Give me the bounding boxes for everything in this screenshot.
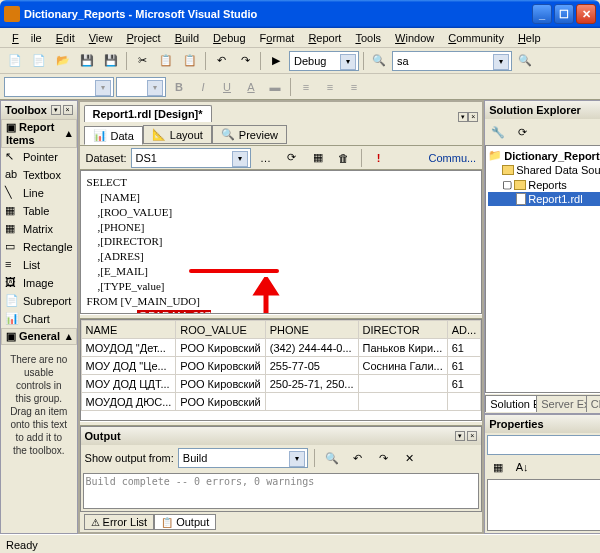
tool-subreport[interactable]: 📄Subreport — [1, 292, 77, 310]
edit-dataset-icon[interactable]: … — [255, 147, 277, 169]
new-item-icon[interactable]: 📄 — [28, 50, 50, 72]
sql-editor[interactable]: SELECT [NAME] ,[ROO_VALUE] ,[PHONE] ,[DI… — [80, 170, 483, 314]
run-icon[interactable]: ! — [368, 147, 390, 169]
menu-tools[interactable]: Tools — [349, 30, 387, 46]
output-tab[interactable]: 📋 Output — [154, 514, 216, 530]
redo-icon[interactable]: ↷ — [234, 50, 256, 72]
minimize-button[interactable]: _ — [532, 4, 552, 24]
italic-icon[interactable]: I — [192, 76, 214, 98]
menu-edit[interactable]: Edit — [50, 30, 81, 46]
new-project-icon[interactable]: 📄 — [4, 50, 26, 72]
output-source-combo[interactable]: Build — [178, 448, 308, 468]
find-icon[interactable]: 🔍 — [368, 50, 390, 72]
tool-chart[interactable]: 📊Chart — [1, 310, 77, 328]
panel-close-icon[interactable]: × — [467, 431, 477, 441]
properties-grid[interactable] — [487, 479, 600, 531]
report-file-node[interactable]: Report1.rdl — [488, 192, 600, 206]
col-header[interactable]: AD... — [447, 321, 480, 339]
tool-matrix[interactable]: ▦Matrix — [1, 220, 77, 238]
tool-rectangle[interactable]: ▭Rectangle — [1, 238, 77, 256]
reports-folder-node[interactable]: ▢ Reports — [488, 177, 600, 192]
start-icon[interactable]: ▶ — [265, 50, 287, 72]
tool-table[interactable]: ▦Table — [1, 202, 77, 220]
maximize-button[interactable]: ☐ — [554, 4, 574, 24]
table-row[interactable]: МОУДОД ДЮС...РОО Кировский — [81, 393, 481, 411]
classview-tab[interactable]: Class View — [586, 395, 600, 412]
alpha-icon[interactable]: A↓ — [511, 456, 533, 478]
table-row[interactable]: МОУ ДОД ЦДТ...РОО Кировский250-25-71, 25… — [81, 375, 481, 393]
forecolor-icon[interactable]: A — [240, 76, 262, 98]
table-row[interactable]: МОУДОД "Дет...РОО Кировский(342) 244-44-… — [81, 339, 481, 357]
fontsize-combo[interactable] — [116, 77, 166, 97]
doc-tab[interactable]: Report1.rdl [Design]* — [84, 105, 212, 122]
col-header[interactable]: DIRECTOR — [358, 321, 447, 339]
generic-query-icon[interactable]: ▦ — [307, 147, 329, 169]
align-right-icon[interactable]: ≡ — [343, 76, 365, 98]
menu-debug[interactable]: Debug — [207, 30, 251, 46]
config-combo[interactable]: Debug — [289, 51, 359, 71]
menu-file[interactable]: File — [6, 30, 48, 46]
categorized-icon[interactable]: ▦ — [487, 456, 509, 478]
paste-icon[interactable]: 📋 — [179, 50, 201, 72]
community-link[interactable]: Commu... — [429, 152, 477, 164]
undo-icon[interactable]: ↶ — [210, 50, 232, 72]
tool-line[interactable]: ╲Line — [1, 184, 77, 202]
menu-view[interactable]: View — [83, 30, 119, 46]
next-msg-icon[interactable]: ↷ — [373, 447, 395, 469]
menu-build[interactable]: Build — [169, 30, 205, 46]
prev-msg-icon[interactable]: ↶ — [347, 447, 369, 469]
tool-textbox[interactable]: abTextbox — [1, 166, 77, 184]
align-left-icon[interactable]: ≡ — [295, 76, 317, 98]
refresh-icon[interactable]: ⟳ — [281, 147, 303, 169]
bold-icon[interactable]: B — [168, 76, 190, 98]
preview-tab[interactable]: 🔍 Preview — [212, 125, 287, 144]
open-icon[interactable]: 📂 — [52, 50, 74, 72]
find-combo[interactable]: sa — [392, 51, 512, 71]
clear-icon[interactable]: ✕ — [399, 447, 421, 469]
backcolor-icon[interactable]: ▬ — [264, 76, 286, 98]
find-msg-icon[interactable]: 🔍 — [321, 447, 343, 469]
menu-report[interactable]: Report — [302, 30, 347, 46]
menu-window[interactable]: Window — [389, 30, 440, 46]
menu-help[interactable]: Help — [512, 30, 547, 46]
cut-icon[interactable]: ✂ — [131, 50, 153, 72]
pin-icon[interactable]: ▾ — [51, 105, 61, 115]
menu-project[interactable]: Project — [120, 30, 166, 46]
menu-community[interactable]: Community — [442, 30, 510, 46]
props-object-combo[interactable] — [487, 435, 600, 455]
tab-close-icon[interactable]: × — [468, 112, 478, 122]
menu-format[interactable]: Format — [254, 30, 301, 46]
refresh-tree-icon[interactable]: ⟳ — [511, 121, 533, 143]
output-text[interactable]: Build complete -- 0 errors, 0 warnings — [83, 473, 480, 509]
properties-icon[interactable]: 🔧 — [487, 121, 509, 143]
font-combo[interactable] — [4, 77, 114, 97]
error-list-tab[interactable]: ⚠ Error List — [84, 514, 155, 530]
shared-ds-node[interactable]: Shared Data Sources — [488, 163, 600, 177]
tool-pointer[interactable]: ↖Pointer — [1, 148, 77, 166]
close-button[interactable]: ✕ — [576, 4, 596, 24]
underline-icon[interactable]: U — [216, 76, 238, 98]
col-header[interactable]: NAME — [81, 321, 176, 339]
save-all-icon[interactable]: 💾 — [100, 50, 122, 72]
tool-image[interactable]: 🖼Image — [1, 274, 77, 292]
panel-close-icon[interactable]: × — [63, 105, 73, 115]
tool-list[interactable]: ≡List — [1, 256, 77, 274]
layout-tab[interactable]: 📐 Layout — [143, 125, 212, 144]
report-items-header[interactable]: ▣ Report Items▴ — [1, 119, 77, 148]
general-header[interactable]: ▣ General▴ — [1, 328, 77, 345]
delete-ds-icon[interactable]: 🗑 — [333, 147, 355, 169]
save-icon[interactable]: 💾 — [76, 50, 98, 72]
col-header[interactable]: PHONE — [265, 321, 358, 339]
pin-icon[interactable]: ▾ — [455, 431, 465, 441]
dataset-combo[interactable]: DS1 — [131, 148, 251, 168]
copy-icon[interactable]: 📋 — [155, 50, 177, 72]
solution-tree[interactable]: 📁 Dictionary_Reports Shared Data Sources… — [485, 145, 600, 393]
tab-menu-icon[interactable]: ▾ — [458, 112, 468, 122]
col-header[interactable]: ROO_VALUE — [176, 321, 265, 339]
results-grid[interactable]: NAMEROO_VALUEPHONEDIRECTORAD...МОУДОД "Д… — [80, 319, 483, 421]
data-tab[interactable]: 📊 Data — [84, 126, 143, 145]
align-center-icon[interactable]: ≡ — [319, 76, 341, 98]
project-node[interactable]: 📁 Dictionary_Reports — [488, 148, 600, 163]
find-next-icon[interactable]: 🔍 — [514, 50, 536, 72]
table-row[interactable]: МОУ ДОД "Це...РОО Кировский255-77-05Сосн… — [81, 357, 481, 375]
